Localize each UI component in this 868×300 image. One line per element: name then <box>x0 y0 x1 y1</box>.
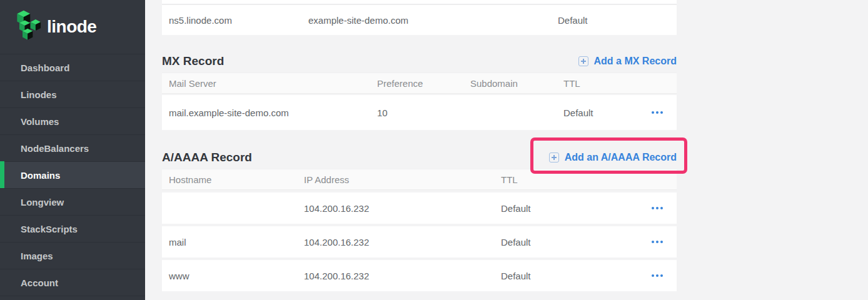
a-ip-cell: 104.200.16.232 <box>304 203 501 214</box>
a-hostname-cell: mail <box>162 237 304 248</box>
mx-col-preference: Preference <box>377 78 470 89</box>
mx-col-ttl: TTL <box>563 78 642 89</box>
sidebar: linode Dashboard Linodes Volumes NodeBal… <box>0 0 145 300</box>
a-col-ip-address: IP Address <box>304 174 501 185</box>
mx-mail-server-cell: mail.example-site-demo.com <box>162 108 377 118</box>
actions-menu-icon[interactable] <box>642 192 677 224</box>
actions-menu-icon[interactable] <box>642 95 677 130</box>
a-record-row: 104.200.16.232 Default <box>162 192 677 224</box>
linode-logo-icon <box>16 10 41 44</box>
a-ttl-cell: Default <box>501 237 642 248</box>
a-table-header: Hostname IP Address TTL <box>162 169 677 190</box>
a-record-row: mail 104.200.16.232 Default <box>162 226 677 258</box>
actions-menu-icon[interactable] <box>642 260 677 291</box>
actions-menu-icon[interactable] <box>642 226 677 258</box>
a-ip-cell: 104.200.16.232 <box>304 237 501 248</box>
logo-wordmark: linode <box>47 17 96 37</box>
sidebar-item-label: Domains <box>21 170 60 181</box>
sidebar-item-stackscripts[interactable]: StackScripts <box>0 215 145 242</box>
a-col-ttl: TTL <box>501 174 642 185</box>
app-window: linode Dashboard Linodes Volumes NodeBal… <box>0 0 868 300</box>
mx-table-header: Mail Server Preference Subdomain TTL <box>162 72 677 94</box>
sidebar-item-label: Images <box>21 251 53 261</box>
add-mx-record-label: Add a MX Record <box>594 56 677 67</box>
a-record-row: www 104.200.16.232 Default <box>162 260 677 291</box>
a-ip-cell: 104.200.16.232 <box>304 271 501 281</box>
linode-logo[interactable]: linode <box>0 0 145 54</box>
ns-ttl-cell: Default <box>558 15 677 26</box>
ns-name-server-cell: ns5.linode.com <box>162 15 308 26</box>
sidebar-item-label: Linodes <box>21 89 57 100</box>
sidebar-item-domains[interactable]: Domains <box>0 161 145 188</box>
sidebar-item-label: Volumes <box>21 116 59 127</box>
mx-preference-cell: 10 <box>377 108 470 118</box>
mx-section-header: MX Record Add a MX Record <box>162 50 677 72</box>
a-ttl-cell: Default <box>501 203 642 214</box>
mx-col-mail-server: Mail Server <box>162 78 377 89</box>
mx-col-subdomain: Subdomain <box>470 78 563 89</box>
mx-ttl-cell: Default <box>563 108 642 118</box>
mx-record-row: mail.example-site-demo.com 10 Default <box>162 95 677 130</box>
a-hostname-cell: www <box>162 271 304 281</box>
main-content: ns5.linode.com example-site-demo.com Def… <box>145 0 868 300</box>
sidebar-item-volumes[interactable]: Volumes <box>0 108 145 134</box>
sidebar-item-account[interactable]: Account <box>0 269 145 296</box>
a-col-hostname: Hostname <box>162 174 304 185</box>
sidebar-item-label: Dashboard <box>21 62 69 73</box>
sidebar-item-linodes[interactable]: Linodes <box>0 81 145 108</box>
add-mx-record-button[interactable]: Add a MX Record <box>578 56 677 67</box>
sidebar-item-nodebalancers[interactable]: NodeBalancers <box>0 134 145 161</box>
sidebar-item-longview[interactable]: Longview <box>0 188 145 215</box>
sidebar-item-images[interactable]: Images <box>0 242 145 269</box>
add-a-record-label: Add an A/AAAA Record <box>565 152 677 163</box>
ns-subdomain-cell: example-site-demo.com <box>308 15 558 26</box>
sidebar-item-label: Account <box>21 278 58 288</box>
sidebar-item-label: StackScripts <box>21 224 78 234</box>
sidebar-nav: Dashboard Linodes Volumes NodeBalancers … <box>0 54 145 296</box>
a-section-title: A/AAAA Record <box>162 151 252 164</box>
mx-section-title: MX Record <box>162 54 224 68</box>
plus-square-icon <box>578 56 588 66</box>
a-ttl-cell: Default <box>501 271 642 281</box>
ns-record-row: ns5.linode.com example-site-demo.com Def… <box>162 5 677 35</box>
sidebar-item-label: NodeBalancers <box>21 143 89 154</box>
add-a-record-button[interactable]: Add an A/AAAA Record <box>549 152 677 163</box>
sidebar-item-label: Longview <box>21 197 64 208</box>
plus-square-icon <box>549 152 559 162</box>
sidebar-item-dashboard[interactable]: Dashboard <box>0 54 145 81</box>
a-section-header: A/AAAA Record Add an A/AAAA Record <box>162 146 677 169</box>
